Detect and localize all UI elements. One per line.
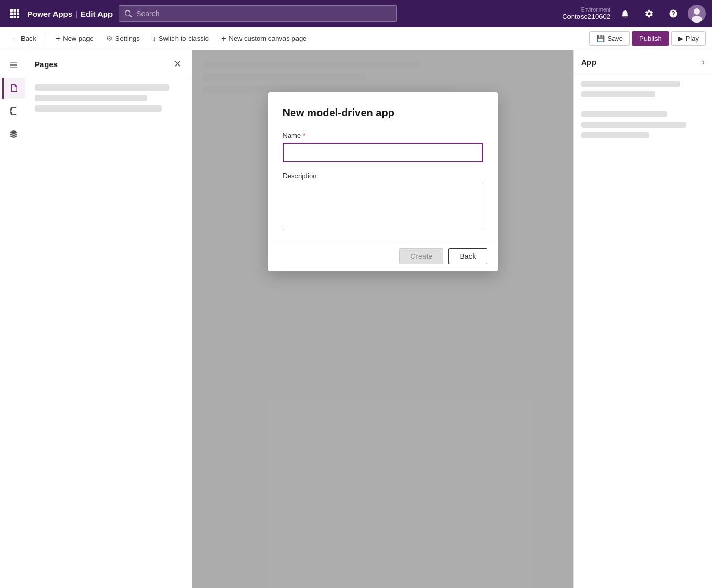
svg-point-10 — [694, 8, 700, 15]
toolbar-right-actions: 💾 Save Publish ▶ Play — [589, 31, 706, 46]
notifications-button[interactable] — [616, 4, 634, 23]
environment-info: Environment Contoso210602 — [562, 7, 610, 20]
toolbar-separator-1 — [46, 32, 46, 45]
top-navigation: Power Apps | Edit App Environment Contos… — [0, 0, 712, 27]
plus-icon: + — [56, 34, 60, 43]
description-field-label: Description — [283, 172, 483, 180]
app-name: Power Apps — [27, 9, 72, 18]
right-panel-chevron-icon[interactable]: › — [702, 57, 705, 68]
skeleton-item-1 — [35, 84, 169, 91]
right-panel-header: App › — [574, 50, 712, 74]
new-canvas-button[interactable]: + New custom canvas page — [216, 31, 312, 46]
description-textarea[interactable] — [283, 183, 483, 230]
publish-label: Publish — [639, 35, 662, 42]
search-bar[interactable] — [119, 5, 397, 22]
right-skeleton-2 — [581, 91, 655, 97]
svg-rect-5 — [17, 13, 19, 15]
switch-classic-label: Switch to classic — [159, 35, 209, 42]
dialog-title: New model-driven app — [283, 107, 483, 119]
back-dialog-button[interactable]: Back — [448, 248, 487, 264]
new-page-button[interactable]: + New page — [50, 31, 99, 46]
save-button[interactable]: 💾 Save — [589, 31, 630, 46]
switch-icon: ↕ — [152, 35, 156, 43]
new-page-label: New page — [63, 35, 94, 42]
pages-panel: Pages ✕ — [27, 50, 192, 588]
svg-rect-7 — [14, 16, 16, 18]
right-skeleton-5 — [581, 132, 649, 138]
canvas-area: New model-driven app Name * Description … — [192, 50, 573, 588]
pages-panel-content — [27, 78, 192, 118]
right-panel-content — [574, 74, 712, 145]
svg-rect-8 — [17, 16, 19, 18]
nav-right-section: Environment Contoso210602 — [562, 4, 706, 23]
search-input[interactable] — [136, 9, 391, 18]
dialog-footer: Create Back — [268, 241, 498, 271]
settings-button[interactable] — [640, 4, 659, 23]
right-skeleton-1 — [581, 81, 680, 87]
dialog-overlay: New model-driven app Name * Description … — [192, 50, 573, 588]
skeleton-item-2 — [35, 95, 147, 101]
edit-app-label: Edit App — [81, 9, 113, 18]
help-button[interactable] — [664, 4, 683, 23]
skeleton-item-3 — [35, 105, 162, 112]
svg-rect-3 — [10, 13, 13, 15]
new-canvas-label: New custom canvas page — [229, 35, 307, 42]
description-label-text: Description — [283, 172, 317, 180]
svg-rect-0 — [10, 9, 13, 12]
svg-rect-2 — [17, 9, 19, 12]
name-required-indicator: * — [303, 132, 305, 139]
sidebar-item-components[interactable] — [3, 101, 24, 122]
right-panel-title: App — [581, 58, 596, 67]
svg-rect-6 — [10, 16, 13, 18]
sidebar-item-data[interactable] — [3, 124, 24, 145]
icon-sidebar — [0, 50, 27, 588]
right-skeleton-3 — [581, 111, 667, 117]
sidebar-item-pages[interactable] — [2, 78, 25, 99]
dialog-body: New model-driven app Name * Description — [268, 92, 498, 241]
create-button[interactable]: Create — [399, 248, 443, 264]
name-input[interactable] — [283, 143, 483, 162]
back-icon: ← — [12, 35, 18, 42]
environment-label: Environment — [581, 7, 610, 13]
right-panel: App › — [573, 50, 712, 588]
back-label: Back — [21, 35, 36, 42]
svg-rect-4 — [14, 13, 16, 15]
gear-icon: ⚙ — [106, 35, 113, 42]
right-skeleton-4 — [581, 122, 686, 128]
svg-rect-1 — [14, 9, 16, 12]
plus-icon-2: + — [221, 34, 226, 43]
main-area: Pages ✕ New model-driven app Name * — [0, 50, 712, 588]
name-field-label: Name * — [283, 132, 483, 139]
sidebar-item-menu[interactable] — [3, 55, 24, 75]
brand-logo: Power Apps | Edit App — [27, 9, 113, 18]
save-icon: 💾 — [596, 35, 605, 42]
publish-button[interactable]: Publish — [632, 31, 669, 46]
save-label: Save — [607, 35, 623, 42]
name-label-text: Name — [283, 132, 301, 139]
play-label: Play — [686, 35, 699, 42]
pages-panel-title: Pages — [35, 60, 58, 69]
avatar[interactable] — [688, 5, 706, 23]
settings-toolbar-button[interactable]: ⚙ Settings — [101, 32, 145, 45]
back-button[interactable]: ← Back — [6, 32, 41, 45]
pages-panel-close-button[interactable]: ✕ — [170, 57, 184, 71]
environment-name: Contoso210602 — [562, 13, 610, 20]
play-icon: ▶ — [678, 35, 683, 42]
waffle-menu-button[interactable] — [6, 5, 23, 22]
play-button[interactable]: ▶ Play — [671, 31, 706, 46]
new-model-dialog: New model-driven app Name * Description … — [268, 92, 498, 271]
pages-panel-header: Pages ✕ — [27, 50, 192, 78]
switch-classic-button[interactable]: ↕ Switch to classic — [147, 32, 214, 46]
settings-label: Settings — [115, 35, 140, 42]
secondary-toolbar: ← Back + New page ⚙ Settings ↕ Switch to… — [0, 27, 712, 50]
brand-separator: | — [75, 9, 78, 18]
